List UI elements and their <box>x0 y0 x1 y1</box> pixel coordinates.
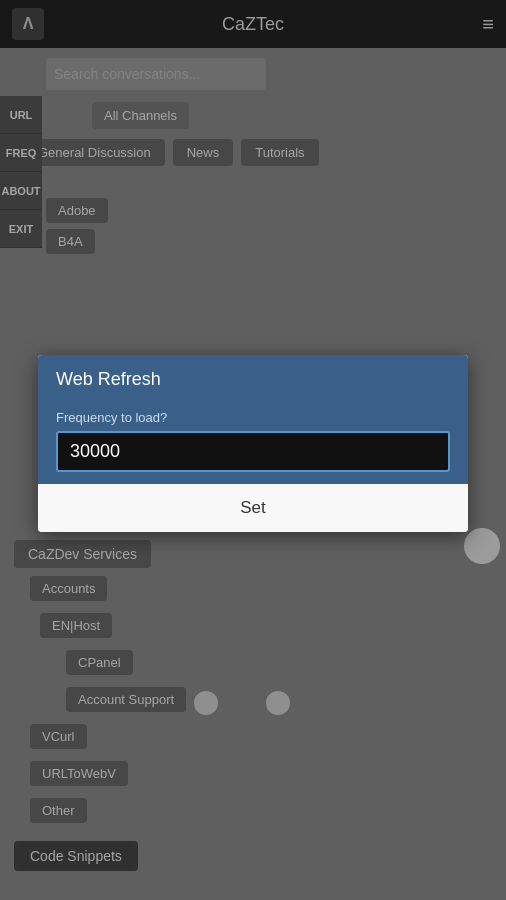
dialog-frequency-label: Frequency to load? <box>56 410 450 425</box>
dialog-set-button[interactable]: Set <box>38 484 468 532</box>
dialog-footer: Set <box>38 484 468 532</box>
dialog-title: Web Refresh <box>56 369 161 389</box>
dialog-overlay: Web Refresh Frequency to load? Set <box>0 0 506 900</box>
dialog-frequency-input[interactable] <box>56 431 450 472</box>
dialog-header: Web Refresh <box>38 355 468 404</box>
dialog-body: Frequency to load? <box>38 404 468 484</box>
web-refresh-dialog: Web Refresh Frequency to load? Set <box>38 355 468 532</box>
